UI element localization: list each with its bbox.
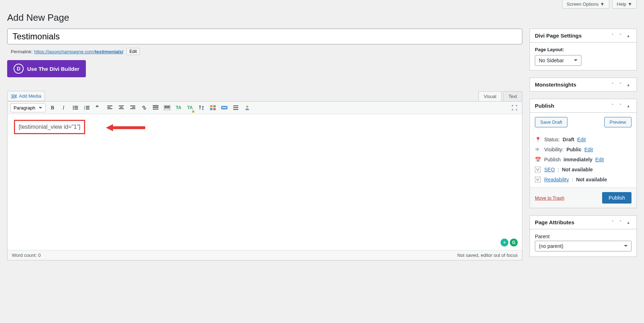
bold-button[interactable]: B xyxy=(48,103,57,112)
svg-rect-38 xyxy=(213,105,216,107)
lines-icon[interactable] xyxy=(231,103,240,112)
panel-toggle-icon[interactable]: ▴ xyxy=(625,220,631,225)
divi-icon: D xyxy=(14,64,24,74)
panel-up-icon[interactable]: ˄ xyxy=(609,220,616,225)
seo-label[interactable]: SEO xyxy=(544,167,555,172)
publish-button[interactable]: Publish xyxy=(602,192,631,204)
bullet-list-button[interactable] xyxy=(71,103,80,112)
svg-rect-25 xyxy=(130,108,135,109)
parent-label: Parent xyxy=(530,229,636,241)
save-status: Not saved, editor out of focus xyxy=(457,253,518,258)
quote-button[interactable]: ❝ xyxy=(94,103,103,112)
svg-rect-42 xyxy=(222,107,226,108)
editor-container: Paragraph B I 123 ❝ TA TA🔒 xyxy=(7,101,522,260)
move-to-trash-link[interactable]: Move to Trash xyxy=(535,195,564,201)
visibility-label: Visibility: xyxy=(544,147,564,152)
thrive-icon-2[interactable]: TA🔒 xyxy=(185,103,195,112)
svg-rect-13 xyxy=(86,107,89,108)
svg-rect-34 xyxy=(165,107,166,108)
panel-title: Divi Page Settings xyxy=(535,33,582,39)
panel-down-icon[interactable]: ˅ xyxy=(617,220,624,225)
editor-status-bar: Word count: 0 Not saved, editor out of f… xyxy=(8,250,522,260)
tab-text[interactable]: Text xyxy=(503,91,522,101)
button-icon[interactable] xyxy=(220,103,229,112)
toolbar-toggle-button[interactable] xyxy=(162,103,172,112)
content-editor[interactable]: [testimonial_view id="1"] + G xyxy=(8,114,522,250)
svg-point-1 xyxy=(13,96,14,97)
permalink-link[interactable]: https://jasonchampagne.com/testimonials/ xyxy=(34,49,123,54)
svg-rect-45 xyxy=(233,109,238,110)
svg-rect-29 xyxy=(153,109,158,109)
panel-down-icon[interactable]: ˅ xyxy=(617,103,624,108)
align-right-button[interactable] xyxy=(128,103,137,112)
panel-up-icon[interactable]: ˄ xyxy=(609,82,616,87)
link-button[interactable] xyxy=(140,103,149,112)
divi-builder-button[interactable]: D Use The Divi Builder xyxy=(7,60,86,77)
camera-icon xyxy=(11,94,17,99)
page-layout-label: Page Layout: xyxy=(535,47,631,52)
grammarly-add-icon[interactable]: + xyxy=(501,239,508,246)
screen-options-button[interactable]: Screen Options ▼ xyxy=(562,0,609,9)
svg-rect-21 xyxy=(120,107,123,108)
calendar-icon: 📅 xyxy=(535,157,541,162)
numbered-list-button[interactable]: 123 xyxy=(82,103,92,112)
add-media-button[interactable]: Add Media xyxy=(7,91,45,101)
svg-rect-49 xyxy=(535,167,541,172)
parent-select[interactable]: (no parent) xyxy=(535,241,631,251)
readability-label[interactable]: Readability xyxy=(544,177,569,182)
svg-rect-35 xyxy=(166,107,168,108)
user-icon[interactable] xyxy=(243,103,252,112)
preview-button[interactable]: Preview xyxy=(604,117,631,127)
svg-rect-17 xyxy=(107,106,112,106)
svg-rect-50 xyxy=(535,177,541,182)
tab-visual[interactable]: Visual xyxy=(478,91,502,101)
align-center-button[interactable] xyxy=(117,103,126,112)
svg-point-8 xyxy=(73,109,74,110)
panel-toggle-icon[interactable]: ▴ xyxy=(625,33,631,38)
panel-up-icon[interactable]: ˄ xyxy=(609,33,616,38)
add-media-label: Add Media xyxy=(19,93,41,99)
column-button[interactable] xyxy=(197,103,206,112)
block-format-select[interactable]: Paragraph xyxy=(10,103,46,112)
svg-rect-33 xyxy=(168,106,170,107)
svg-rect-26 xyxy=(153,105,158,106)
svg-rect-22 xyxy=(119,108,124,109)
svg-rect-31 xyxy=(165,106,166,107)
word-count: Word count: 0 xyxy=(12,253,41,258)
edit-slug-button[interactable]: Edit xyxy=(126,48,140,55)
panel-up-icon[interactable]: ˄ xyxy=(609,103,616,108)
svg-rect-18 xyxy=(107,107,111,108)
grammarly-icon[interactable]: G xyxy=(510,239,518,246)
panel-down-icon[interactable]: ˅ xyxy=(617,82,624,87)
italic-button[interactable]: I xyxy=(59,103,69,112)
svg-rect-19 xyxy=(107,108,112,109)
svg-text:3: 3 xyxy=(84,108,85,110)
panel-down-icon[interactable]: ˅ xyxy=(617,33,624,38)
edit-visibility-link[interactable]: Edit xyxy=(584,147,593,152)
save-draft-button[interactable]: Save Draft xyxy=(535,117,567,127)
visibility-value: Public xyxy=(566,147,581,152)
status-value: Draft xyxy=(563,137,575,142)
edit-publish-link[interactable]: Edit xyxy=(595,157,604,162)
panel-title: Publish xyxy=(535,103,554,109)
svg-rect-37 xyxy=(210,105,213,107)
align-left-button[interactable] xyxy=(105,103,114,112)
help-button[interactable]: Help ▼ xyxy=(612,0,637,9)
svg-rect-44 xyxy=(233,107,238,108)
edit-status-link[interactable]: Edit xyxy=(577,137,586,142)
insert-more-button[interactable] xyxy=(151,103,160,112)
panel-title: Page Attributes xyxy=(535,219,574,225)
panel-toggle-icon[interactable]: ▴ xyxy=(625,82,631,87)
svg-rect-23 xyxy=(130,106,135,106)
page-layout-select[interactable]: No Sidebar xyxy=(535,55,581,66)
svg-rect-24 xyxy=(132,107,135,108)
fullscreen-button[interactable] xyxy=(510,103,519,112)
svg-rect-28 xyxy=(153,107,158,108)
panel-toggle-icon[interactable]: ▴ xyxy=(625,103,631,108)
divi-settings-panel: Divi Page Settings ˄ ˅ ▴ Page Layout: No… xyxy=(530,29,637,70)
thrive-icon[interactable]: TA xyxy=(174,103,183,112)
svg-rect-32 xyxy=(166,106,168,107)
title-input[interactable] xyxy=(7,29,522,44)
yoast-icon xyxy=(535,167,541,172)
grid-icon[interactable] xyxy=(208,103,218,112)
